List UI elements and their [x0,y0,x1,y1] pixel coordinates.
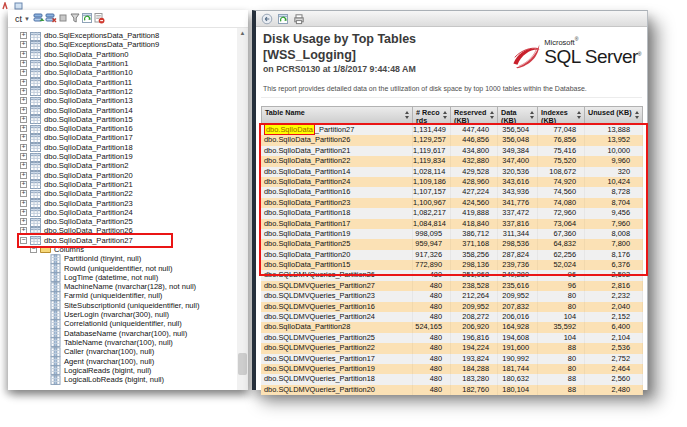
expand-icon[interactable]: + [20,144,27,151]
tree-node-label: dbo.SqlIoData_Partition16 [44,124,133,133]
tree-node[interactable]: Agent (nvarchar(100), null) [8,356,236,365]
tree-node[interactable]: SiteSubscriptionId (uniqueidentifier, nu… [8,301,236,310]
tree-node[interactable]: +dbo.SqlIoData_Partition24 [8,208,236,217]
expand-icon[interactable]: + [20,153,27,160]
expand-icon[interactable]: + [20,41,27,48]
sort-arrows-icon[interactable] [405,111,410,119]
cell-indexes-kb: 88 [538,343,585,353]
tree-node[interactable]: +dbo.SqlIoData_Partition11 [8,77,236,86]
tree-node[interactable]: +dbo.SqlIoData_Partition17 [8,133,236,142]
expand-icon[interactable]: + [20,69,27,76]
cell-table-name: dbo.SQLDMVQueries_Partition22 [261,343,413,353]
sort-arrows-icon[interactable] [577,111,582,119]
refresh-window-icon[interactable] [277,13,289,25]
sort-arrows-icon[interactable] [490,111,495,119]
expand-icon[interactable]: + [20,125,27,132]
cell-data-kb: 181,744 [498,364,538,374]
expand-icon[interactable]: + [20,51,27,58]
column-header[interactable]: Indexes (KB) [538,106,585,125]
tree-node[interactable]: DatabaseName (nvarchar(100), null) [8,329,236,338]
tree-node[interactable]: +dbo.SqlExceptionsData_Partition9 [8,40,236,49]
collapse-icon[interactable]: − [20,237,27,244]
tree-node[interactable]: UserLogin (nvarchar(300), null) [8,310,236,319]
expand-icon[interactable]: + [20,32,27,39]
tree-node[interactable]: FarmId (uniqueidentifier, null) [8,291,236,300]
expand-icon[interactable]: + [20,116,27,123]
server-connect-icon[interactable] [33,12,45,24]
tree-node[interactable]: CorrelationId (uniqueidentifier, null) [8,319,236,328]
scroll-up-arrow[interactable]: ▲ [237,28,248,39]
tree-node[interactable]: +dbo.SqlIoData_Partition18 [8,143,236,152]
tree-node[interactable]: PartitionId (tinyint, null) [8,254,236,263]
expand-icon[interactable]: + [20,97,27,104]
column-header[interactable]: # Records [413,106,451,125]
expand-icon[interactable]: + [20,107,27,114]
tree-node[interactable]: LogicalLobReads (bigint, null) [8,375,236,384]
expand-icon[interactable]: + [20,181,27,188]
expand-icon[interactable]: + [20,190,27,197]
refresh-window-icon[interactable] [81,12,93,24]
tree-node[interactable]: +dbo.SqlIoData_Partition25 [8,217,236,226]
server-disconnect-icon[interactable] [45,12,57,24]
sort-arrows-icon[interactable] [530,111,535,119]
expand-icon[interactable]: + [20,88,27,95]
column-header[interactable]: Table Name [261,106,413,125]
expand-icon[interactable]: + [20,218,27,225]
cell-indexes-kb: 108,672 [538,167,585,177]
cell-indexes-kb: 96 [538,281,585,291]
tree-node[interactable]: +dbo.SqlIoData_Partition22 [8,189,236,198]
column-header[interactable]: Reserved (KB) [451,106,498,125]
tree-node[interactable]: Caller (nvarchar(100), null) [8,347,236,356]
tree-node[interactable]: +dbo.SqlIoData_Partition21 [8,180,236,189]
back-icon[interactable] [261,13,273,25]
tree-node[interactable]: +dbo.SqlIoData_Partition20 [8,170,236,179]
sort-arrows-icon[interactable] [443,111,448,119]
tree-node-label: dbo.SqlIoData_Partition24 [44,208,133,217]
expand-icon[interactable]: + [20,79,27,86]
stop-icon[interactable] [57,12,69,24]
tree-node[interactable]: +dbo.SqlIoData_Partition12 [8,87,236,96]
table-row: dbo.SQLDMVQueries_Partition26480251,9682… [261,270,643,280]
cell-unused-kb: 7,800 [585,239,643,249]
tree-node[interactable]: +dbo.SqlIoData_Partition13 [8,96,236,105]
tree-node[interactable]: +dbo.SqlIoData_Partition16 [8,124,236,133]
expand-icon[interactable]: + [20,134,27,141]
tree-node[interactable]: +dbo.SqlIoData_Partition2 [8,161,236,170]
tree-scrollbar[interactable]: ▲ [237,28,248,390]
tree-node[interactable]: +dbo.SqlIoData_Partition0 [8,50,236,59]
column-header-label: Reserved (KB) [454,108,486,125]
error-log-icon[interactable] [93,12,105,24]
column-header[interactable]: Data (KB) [498,106,538,125]
print-icon[interactable] [293,13,305,25]
expand-icon[interactable]: + [20,162,27,169]
tree-node[interactable]: +dbo.SqlIoData_Partition10 [8,68,236,77]
scrollbar-thumb[interactable] [238,353,247,375]
column-header[interactable]: Unused (KB) [585,106,643,125]
tree-node[interactable]: MachineName (nvarchar(128), not null) [8,282,236,291]
expand-icon[interactable]: + [20,200,27,207]
sort-arrows-icon[interactable] [635,111,640,119]
tree-node[interactable]: RowId (uniqueidentifier, not null) [8,263,236,272]
tree-node[interactable]: +dbo.SqlIoData_Partition23 [8,198,236,207]
expand-icon[interactable]: + [20,60,27,67]
tree-node[interactable]: LogicalReads (bigint, null) [8,366,236,375]
tree-node[interactable]: −dbo.SqlIoData_Partition27 [8,236,236,245]
tree-node[interactable]: +dbo.SqlIoData_Partition15 [8,115,236,124]
cell-data-kb: 349,384 [498,146,538,156]
tree-node-label: dbo.SqlIoData_Partition12 [44,87,133,96]
tree-node[interactable]: +dbo.SqlIoData_Partition14 [8,105,236,114]
cell-reserved-kb: 371,168 [451,239,498,249]
tree-node[interactable]: LogTime (datetime, not null) [8,273,236,282]
tree-node[interactable]: +dbo.SqlIoData_Partition1 [8,59,236,68]
tree-node-label: dbo.SqlIoData_Partition22 [44,189,133,198]
divider [261,97,642,98]
tree-node[interactable]: TableName (nvarchar(100), null) [8,338,236,347]
expand-icon[interactable]: + [20,209,27,216]
expand-icon[interactable]: + [20,172,27,179]
connect-dropdown[interactable]: ct ▼ [15,14,30,24]
filter-icon[interactable] [69,12,81,24]
cell-reserved-kb: 183,280 [451,374,498,384]
tree-node[interactable]: +dbo.SqlIoData_Partition19 [8,152,236,161]
tree-node[interactable]: +dbo.SqlExceptionsData_Partition8 [8,31,236,40]
table-row: dbo.SqlIoData_Partition19998,095386,7123… [261,229,643,239]
